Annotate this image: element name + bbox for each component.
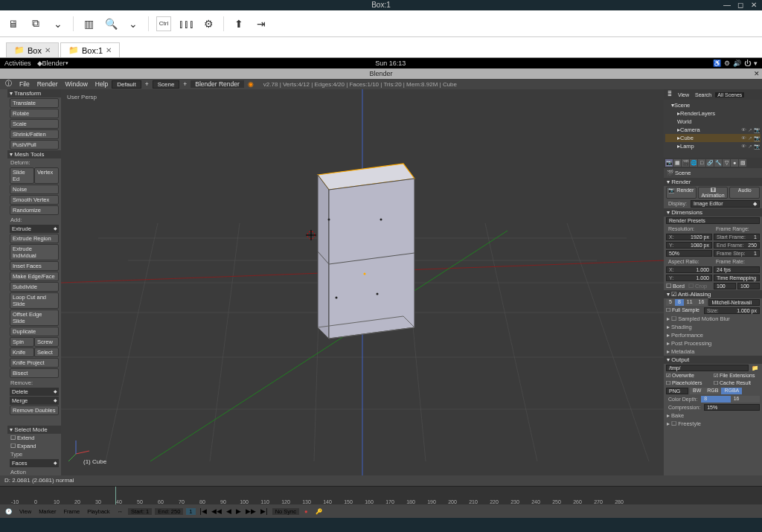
merge-dropdown[interactable]: Merge — [10, 397, 59, 405]
marker-menu[interactable]: Marker — [36, 508, 58, 515]
logout-icon[interactable]: ⇥ — [254, 16, 269, 31]
menu-render[interactable]: Render — [33, 80, 62, 88]
keying-set-icon[interactable]: 🔑 — [313, 508, 324, 515]
select-mode-header[interactable]: ▾ Select Mode — [7, 426, 61, 434]
render-presets-dropdown[interactable]: Render Presets — [666, 217, 760, 224]
remove-doubles-button[interactable]: Remove Doubles — [10, 406, 59, 415]
type-dropdown[interactable]: Faces — [10, 459, 59, 467]
scale-button[interactable]: Scale — [10, 119, 59, 129]
new-mapping-field[interactable]: 100 — [737, 283, 760, 289]
slide-edge-button[interactable]: Slide Ed — [10, 167, 34, 184]
aa-16-button[interactable]: 16 — [696, 299, 708, 306]
loop-cut-button[interactable]: Loop Cut and Slide — [10, 292, 59, 309]
fps-dropdown[interactable]: 24 fps — [714, 266, 760, 273]
clock[interactable]: Sun 16:13 — [68, 60, 713, 67]
audio-button[interactable]: Audio — [729, 187, 760, 199]
post-processing-header[interactable]: Post Processing — [664, 339, 762, 347]
windows-icon[interactable]: ▥ — [81, 16, 96, 31]
minimize-button[interactable]: — — [722, 0, 732, 10]
dimensions-section-header[interactable]: ▾ Dimensions — [664, 208, 762, 217]
outliner-scene[interactable]: Scene — [674, 102, 761, 109]
auto-keyframe-icon[interactable]: ● — [302, 508, 310, 515]
spin-button[interactable]: Spin — [10, 337, 34, 347]
object-tab-icon[interactable]: □ — [698, 159, 705, 167]
mesh-tools-header[interactable]: ▾ Mesh Tools — [7, 150, 61, 158]
play-icon[interactable]: ▶ — [234, 507, 243, 515]
expand-checkbox[interactable]: Expand — [7, 442, 61, 450]
frame-step-field[interactable]: Frame Step:1 — [714, 250, 760, 257]
close-icon[interactable]: ✕ — [45, 46, 51, 54]
extrude-individual-button[interactable]: Extrude Individual — [10, 244, 59, 260]
prev-keyframe-icon[interactable]: ◀◀ — [210, 507, 223, 515]
menu-file[interactable]: File — [16, 80, 33, 88]
close-button[interactable]: ✕ — [749, 0, 759, 10]
constraints-tab-icon[interactable]: 🔗 — [706, 159, 714, 167]
power-icon[interactable]: ⏻ — [744, 60, 751, 67]
display-dropdown[interactable]: Image Editor◆ — [691, 200, 760, 208]
resolution-x-field[interactable]: X:1920 px — [666, 234, 712, 240]
shrink-fatten-button[interactable]: Shrink/Fatten — [10, 129, 59, 139]
aa-filter-dropdown[interactable]: Mitchell-Netravali — [708, 299, 760, 306]
layers-tab-icon[interactable]: ▦ — [673, 159, 681, 167]
scene-tab-icon[interactable]: 🎬 — [682, 159, 689, 167]
depth-16-button[interactable]: 16 — [731, 396, 760, 403]
knife-project-button[interactable]: Knife Project — [10, 358, 59, 368]
rgb-button[interactable]: RGB — [704, 388, 721, 394]
knife-button[interactable]: Knife — [10, 347, 34, 357]
start-frame-field[interactable]: Start: 1 — [128, 508, 152, 515]
bw-button[interactable]: BW — [690, 388, 704, 394]
format-dropdown[interactable]: PNG — [666, 388, 688, 394]
depth-8-button[interactable]: 8 — [701, 396, 730, 403]
compression-field[interactable]: 15% — [704, 404, 760, 411]
scene-add-icon[interactable]: + — [179, 80, 190, 88]
aspect-x-field[interactable]: X:1.000 — [666, 266, 712, 273]
gear-icon[interactable]: ⚙ — [201, 16, 216, 31]
push-pull-button[interactable]: Push/Pull — [10, 140, 59, 150]
screw-button[interactable]: Screw — [34, 337, 59, 347]
close-icon[interactable]: ✕ — [754, 68, 760, 79]
shading-header[interactable]: Shading — [664, 323, 762, 331]
accessibility-icon[interactable]: ♿ — [713, 60, 721, 67]
end-frame-field[interactable]: End: 250 — [155, 508, 183, 515]
network-icon[interactable]: ⚙ — [724, 60, 730, 67]
outliner-lamp[interactable]: Lamp — [680, 143, 741, 150]
activities-button[interactable]: Activities — [4, 60, 31, 67]
translate-button[interactable]: Translate — [10, 98, 59, 108]
outliner-world[interactable]: World — [677, 118, 761, 125]
extrude-dropdown[interactable]: Extrude — [10, 225, 59, 233]
placeholders-checkbox[interactable]: ☐ Placeholders — [666, 380, 712, 386]
outliner[interactable]: ▾Scene ▸RenderLayers World ▸Camera👁 ↗ 📷 … — [664, 100, 762, 158]
duplicate-button[interactable]: Duplicate — [10, 327, 59, 336]
chevron-down-icon[interactable]: ▾ — [754, 60, 758, 67]
3d-viewport[interactable]: User Persp — [61, 89, 664, 475]
noise-button[interactable]: Noise — [10, 185, 59, 194]
cache-result-checkbox[interactable]: ☐ Cache Result — [714, 380, 760, 386]
timeline-ruler[interactable]: -100102030405060708090100110120130140150… — [0, 487, 762, 504]
full-sample-checkbox[interactable]: ☐ Full Sample — [666, 307, 699, 314]
layout-add-icon[interactable]: + — [141, 80, 153, 88]
extrude-region-button[interactable]: Extrude Region — [10, 234, 59, 243]
copy-icon[interactable]: ⧉ — [28, 16, 43, 31]
playback-menu[interactable]: Playback — [85, 508, 112, 515]
editor-type-icon[interactable]: 🕐 — [3, 508, 14, 515]
scene-dropdown[interactable]: Scene — [153, 80, 180, 89]
aspect-y-field[interactable]: Y:1.000 — [666, 275, 712, 281]
browse-folder-icon[interactable]: 📁 — [750, 365, 760, 371]
tab-box-1[interactable]: 📁 Box:1 ✕ — [60, 42, 120, 57]
play-reverse-icon[interactable]: ◀ — [225, 507, 233, 515]
aa-size-field[interactable]: Size:1.000 px — [704, 307, 760, 314]
render-section-header[interactable]: ▾ Render — [664, 178, 762, 186]
inset-faces-button[interactable]: Inset Faces — [10, 261, 59, 271]
zoom-icon[interactable]: 🔍 — [103, 16, 118, 31]
aa-8-button[interactable]: 8 — [675, 299, 684, 306]
rgba-button[interactable]: RGBA — [721, 388, 742, 394]
monitor-icon[interactable]: 🖥 — [6, 16, 21, 31]
sampled-motion-blur-header[interactable]: ☐ Sampled Motion Blur — [664, 315, 762, 323]
metadata-header[interactable]: Metadata — [664, 347, 762, 356]
render-button[interactable]: 📷 Render — [666, 187, 697, 199]
outliner-renderlayers[interactable]: RenderLayers — [680, 110, 761, 117]
timeline[interactable]: -100102030405060708090100110120130140150… — [0, 486, 762, 517]
world-tab-icon[interactable]: 🌐 — [690, 159, 697, 167]
search-menu[interactable]: Search — [693, 92, 714, 97]
old-mapping-field[interactable]: 100 — [714, 283, 736, 289]
